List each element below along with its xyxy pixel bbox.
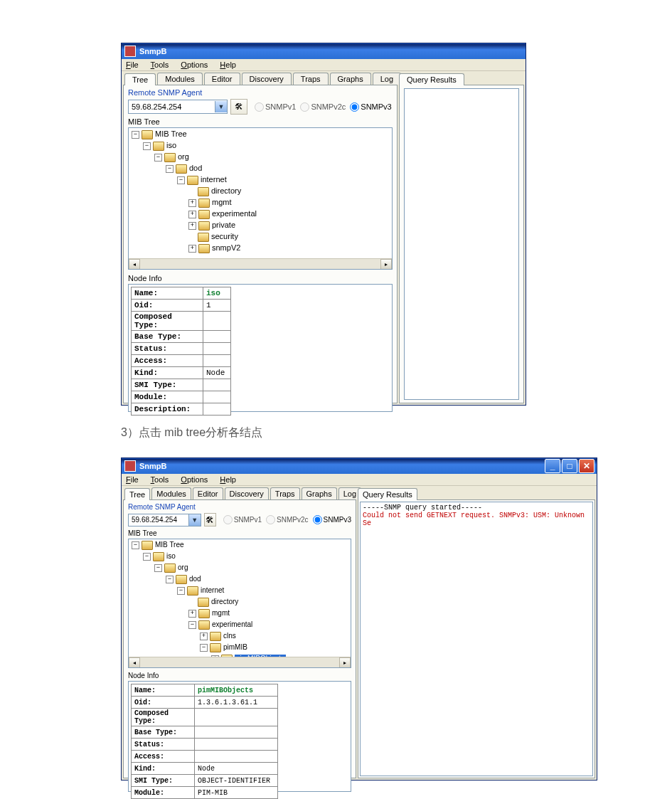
menu-help[interactable]: Help — [220, 60, 236, 69]
node-root[interactable]: MIB Tree — [155, 541, 184, 549]
node-pimmib[interactable]: pimMIB — [223, 643, 247, 651]
tab-traps[interactable]: Traps — [293, 73, 329, 85]
horizontal-scrollbar[interactable]: ◂ ▸ — [129, 258, 392, 269]
scroll-left-icon[interactable]: ◂ — [129, 657, 140, 668]
expander-icon[interactable]: − — [200, 644, 208, 652]
menu-tools[interactable]: Tools — [151, 475, 169, 484]
chevron-down-icon[interactable]: ▼ — [215, 101, 227, 112]
mib-tree-box[interactable]: −MIB Tree −iso −org −dod — [128, 127, 393, 270]
expander-icon[interactable]: − — [177, 176, 185, 184]
label-snmpv1: SNMPv1 — [265, 102, 296, 111]
node-dod[interactable]: dod — [189, 164, 202, 172]
tab-graphs[interactable]: Graphs — [330, 73, 371, 85]
nodeinfo-status-label: Status: — [132, 739, 195, 751]
nodeinfo-status-label: Status: — [132, 343, 203, 355]
expander-icon[interactable]: − — [143, 142, 151, 150]
node-private[interactable]: private — [212, 221, 235, 229]
menu-file[interactable]: File — [126, 475, 139, 484]
mib-tree-box[interactable]: −MIB Tree −iso −org −dod −intern — [128, 539, 351, 668]
node-mgmt[interactable]: mgmt — [212, 609, 230, 617]
node-security[interactable]: security — [211, 232, 238, 240]
expander-icon[interactable]: − — [166, 576, 174, 583]
scroll-right-icon[interactable]: ▸ — [339, 657, 351, 668]
nodeinfo-smi-value: OBJECT-IDENTIFIER — [195, 775, 278, 787]
node-experimental[interactable]: experimental — [212, 209, 257, 218]
nodeinfo-composed-label: Composed Type: — [132, 312, 203, 331]
tab-log[interactable]: Log — [373, 73, 401, 85]
node-clns[interactable]: clns — [223, 632, 236, 640]
radio-snmpv2c[interactable] — [266, 515, 275, 524]
node-org[interactable]: org — [178, 563, 188, 571]
expander-icon[interactable]: + — [188, 211, 196, 218]
label-snmpv3: SNMPv3 — [361, 102, 391, 111]
maximize-button[interactable]: □ — [562, 459, 577, 473]
tab-traps[interactable]: Traps — [270, 487, 300, 499]
node-dod[interactable]: dod — [189, 575, 201, 583]
expander-icon[interactable]: + — [200, 633, 208, 640]
node-iso[interactable]: iso — [166, 141, 176, 149]
nodeinfo-panel: Name:iso Oid:1 Composed Type: Base Type:… — [128, 284, 393, 412]
expander-icon[interactable]: + — [188, 199, 196, 207]
tab-tree[interactable]: Tree — [124, 488, 150, 500]
expander-icon[interactable]: − — [143, 553, 151, 561]
query-results-box[interactable]: -----SNMP query started----- Could not s… — [360, 502, 593, 776]
agent-ip-combo[interactable]: 59.68.254.254 ▼ — [128, 514, 201, 527]
node-directory[interactable]: directory — [211, 598, 238, 605]
node-internet[interactable]: internet — [201, 175, 227, 184]
tab-query-results[interactable]: Query Results — [399, 73, 464, 85]
expander-icon[interactable]: + — [188, 222, 196, 230]
radio-snmpv2c[interactable] — [300, 102, 309, 112]
expander-icon[interactable]: − — [154, 154, 162, 162]
agent-properties-button[interactable]: 🛠 — [204, 513, 216, 527]
nodeinfo-kind-label: Kind: — [132, 367, 203, 379]
expander-icon[interactable]: − — [177, 587, 185, 595]
chevron-down-icon[interactable]: ▼ — [188, 514, 201, 526]
node-snmpv2[interactable]: snmpV2 — [212, 243, 240, 252]
minimize-button[interactable]: _ — [545, 459, 560, 473]
expander-icon[interactable]: − — [154, 564, 162, 572]
expander-icon[interactable]: − — [166, 165, 174, 173]
tab-tree[interactable]: Tree — [124, 73, 156, 85]
node-root[interactable]: MIB Tree — [155, 129, 187, 138]
expander-icon[interactable]: + — [188, 610, 196, 618]
node-mgmt[interactable]: mgmt — [212, 198, 232, 206]
titlebar-2[interactable]: SnmpB _ □ ✕ — [122, 458, 597, 474]
radio-snmpv3[interactable] — [313, 515, 322, 524]
node-iso[interactable]: iso — [166, 552, 176, 560]
node-internet[interactable]: internet — [201, 586, 224, 594]
tab-discovery[interactable]: Discovery — [225, 487, 269, 499]
node-org[interactable]: org — [178, 152, 189, 161]
tab-graphs[interactable]: Graphs — [302, 487, 337, 499]
node-experimental[interactable]: experimental — [212, 620, 252, 628]
tab-query-results[interactable]: Query Results — [358, 488, 417, 500]
agent-properties-button[interactable]: 🛠 — [230, 99, 247, 115]
tab-modules[interactable]: Modules — [151, 487, 191, 499]
menu-options[interactable]: Options — [181, 475, 208, 484]
radio-snmpv3[interactable] — [350, 102, 359, 112]
tab-discovery[interactable]: Discovery — [242, 73, 292, 85]
nodeinfo-module-label: Module: — [132, 787, 195, 799]
menu-tools[interactable]: Tools — [151, 60, 169, 69]
scroll-right-icon[interactable]: ▸ — [380, 259, 392, 270]
close-button[interactable]: ✕ — [579, 459, 594, 473]
menu-file[interactable]: File — [126, 60, 139, 69]
expander-icon[interactable]: + — [188, 245, 196, 253]
horizontal-scrollbar[interactable]: ◂ ▸ — [129, 657, 351, 667]
menu-help[interactable]: Help — [220, 475, 236, 484]
titlebar-1[interactable]: SnmpB — [122, 43, 526, 59]
expander-icon[interactable]: − — [132, 131, 139, 139]
menu-options[interactable]: Options — [181, 60, 208, 69]
nodeinfo-smi-label: SMI Type: — [132, 379, 203, 391]
tab-editor[interactable]: Editor — [204, 73, 240, 85]
nodeinfo-label: Node Info — [128, 274, 393, 282]
radio-snmpv1[interactable] — [223, 515, 233, 524]
query-results-box[interactable] — [404, 88, 519, 400]
scroll-left-icon[interactable]: ◂ — [129, 259, 140, 270]
expander-icon[interactable]: − — [188, 621, 196, 629]
radio-snmpv1[interactable] — [255, 102, 264, 112]
tab-editor[interactable]: Editor — [193, 487, 223, 499]
tab-modules[interactable]: Modules — [157, 73, 203, 85]
agent-ip-combo[interactable]: 59.68.254.254 ▼ — [128, 100, 228, 114]
expander-icon[interactable]: − — [132, 541, 139, 549]
node-directory[interactable]: directory — [211, 186, 241, 195]
